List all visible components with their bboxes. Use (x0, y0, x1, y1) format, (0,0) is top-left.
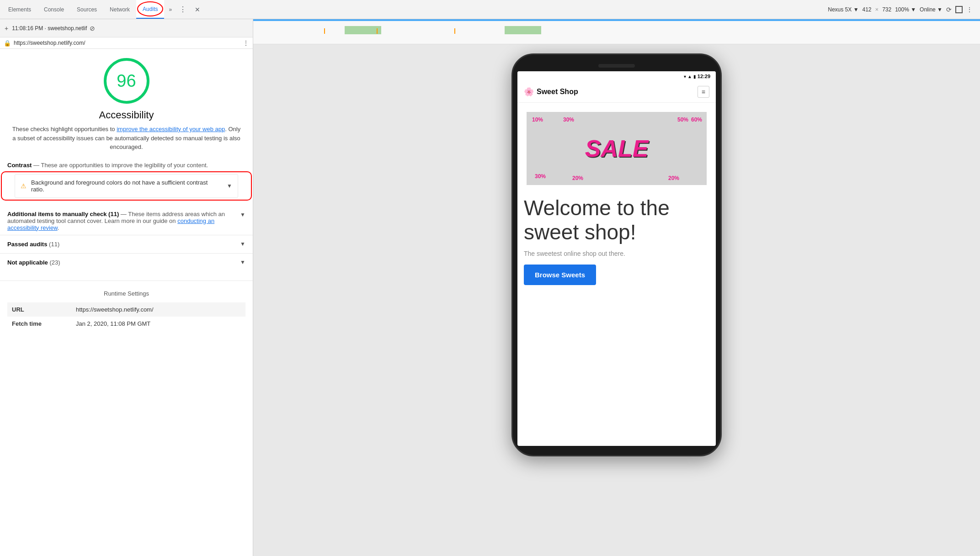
brand-name: Sweet Shop (537, 88, 578, 96)
status-time: 12:29 (698, 74, 710, 79)
sale-pct-6: 20% (572, 175, 583, 181)
audits-panel: + 11:08:16 PM · sweetshop.netlif ⊘ 🔒 htt… (0, 19, 253, 556)
not-applicable-label: Not applicable (23) (7, 259, 60, 266)
status-icons: ▾ ▲ ▮ 12:29 (684, 74, 710, 79)
network-condition-selector[interactable]: Online ▼ (920, 6, 943, 13)
sale-pct-7: 20% (668, 175, 679, 181)
mobile-device-frame: ▾ ▲ ▮ 12:29 🌸 Sweet Shop (511, 53, 722, 456)
security-icon: 🔒 (4, 40, 11, 47)
sale-pct-5: 30% (535, 173, 546, 180)
tab-sources[interactable]: Sources (70, 0, 103, 19)
sale-pct-3: 50% (677, 116, 688, 123)
manual-check-header: Additional items to manually check (11) … (0, 205, 253, 235)
runtime-settings-section: Runtime Settings URL https://sweetshop.n… (0, 281, 253, 338)
url-more-icon[interactable]: ⋮ (243, 39, 249, 47)
timeline-tick-3 (454, 28, 455, 34)
contrast-desc: — These are opportunities to improve the… (33, 162, 208, 169)
site-tagline: The sweetest online shop out there. (524, 250, 709, 257)
audit-score-section: 96 Accessibility These checks highlight … (0, 49, 253, 156)
tab-audits[interactable]: Audits (136, 0, 164, 19)
expand-warning-icon[interactable]: ▼ (227, 183, 232, 189)
timeline-green-block-2 (505, 26, 541, 34)
zoom-selector[interactable]: 100% ▼ (895, 6, 916, 13)
device-name: Nexus 5X (828, 6, 852, 13)
timeline-tick-1 (324, 28, 325, 34)
tab-network[interactable]: Network (103, 0, 136, 19)
tab-more-icon[interactable]: ⋮ (176, 5, 189, 14)
zoom-value: 100% (895, 6, 909, 13)
sale-label: SALE (585, 135, 649, 162)
manual-check-chevron[interactable]: ▼ (240, 212, 245, 218)
not-applicable-row[interactable]: Not applicable (23) ▼ (0, 253, 253, 271)
runtime-url-value: https://sweetshop.netlify.com/ (71, 302, 245, 317)
audit-description: These checks highlight opportunities to … (12, 125, 241, 152)
contrast-warning-text: Background and foreground colors do not … (31, 179, 222, 193)
signal-icon: ▲ (687, 74, 692, 79)
no-touch-icon[interactable] (955, 6, 963, 13)
score-circle: 96 (104, 58, 149, 104)
device-height: 732 (882, 6, 891, 13)
runtime-url-key: URL (7, 302, 71, 317)
rotate-icon[interactable]: ⟳ (946, 6, 952, 13)
runtime-settings-table: URL https://sweetshop.netlify.com/ Fetch… (7, 302, 245, 331)
audit-category-title: Accessibility (99, 109, 154, 121)
url-display: https://sweetshop.netlify.com/ (14, 40, 240, 46)
device-screen: ▾ ▲ ▮ 12:29 🌸 Sweet Shop (517, 71, 716, 446)
contrast-label: Contrast (7, 162, 32, 169)
audit-timestamp: 11:08:16 PM · sweetshop.netlif (12, 25, 87, 32)
passed-audits-label: Passed audits (11) (7, 241, 59, 248)
network-condition-value: Online (920, 6, 936, 13)
not-applicable-chevron[interactable]: ▼ (240, 259, 245, 265)
manual-check-label: Additional items to manually check (11) (7, 211, 121, 217)
timeline-tick-2 (377, 28, 378, 34)
contrast-section-header: Contrast — These are opportunities to im… (0, 156, 253, 172)
device-frame-container: ▾ ▲ ▮ 12:29 🌸 Sweet Shop (253, 44, 980, 556)
status-bar: ▾ ▲ ▮ 12:29 (517, 71, 716, 81)
device-speaker (598, 64, 635, 68)
device-width: 412 (863, 6, 872, 13)
tab-overflow-btn[interactable]: » (164, 3, 176, 16)
warning-triangle-icon: ⚠ (21, 182, 27, 190)
audits-urlbar: + 11:08:16 PM · sweetshop.netlif ⊘ (0, 19, 253, 37)
sale-pct-4: 60% (691, 116, 702, 123)
wifi-icon: ▾ (684, 74, 686, 79)
contrast-warning-item[interactable]: ⚠ Background and foreground colors do no… (15, 174, 238, 198)
runtime-fetch-value: Jan 2, 2020, 11:08 PM GMT (71, 317, 245, 331)
dimension-sep: × (875, 6, 879, 13)
site-menu-button[interactable]: ≡ (698, 86, 709, 98)
timeline-green-block-1 (345, 26, 381, 34)
site-navbar: 🌸 Sweet Shop ≡ (517, 81, 716, 103)
hero-sale-image: 10% 30% SALE 50% 60% 30% 20% 20% (527, 112, 707, 185)
site-brand: 🌸 Sweet Shop (524, 87, 578, 97)
tab-console[interactable]: Console (37, 0, 70, 19)
new-tab-icon[interactable]: + (4, 24, 9, 33)
site-welcome-section: Welcome to the sweet shop! The sweetest … (517, 190, 716, 285)
accessibility-link[interactable]: improve the accessibility of your web ap… (117, 126, 225, 132)
device-speaker-area (517, 64, 716, 68)
tab-elements[interactable]: Elements (2, 0, 37, 19)
score-value: 96 (117, 71, 136, 91)
brand-icon: 🌸 (524, 87, 534, 97)
devtools-close-btn[interactable]: ✕ (191, 6, 204, 13)
runtime-row-url: URL https://sweetshop.netlify.com/ (7, 302, 245, 317)
audits-scroll-area[interactable]: 96 Accessibility These checks highlight … (0, 49, 253, 556)
preview-panel: ▾ ▲ ▮ 12:29 🌸 Sweet Shop (253, 19, 980, 556)
welcome-heading: Welcome to the sweet shop! (524, 196, 709, 244)
runtime-fetch-key: Fetch time (7, 317, 71, 331)
browse-sweets-button[interactable]: Browse Sweets (524, 265, 596, 285)
timeline-bar (253, 19, 980, 44)
passed-audits-chevron[interactable]: ▼ (240, 241, 245, 247)
passed-audits-row[interactable]: Passed audits (11) ▼ (0, 235, 253, 253)
device-selector[interactable]: Nexus 5X ▼ (828, 6, 858, 13)
sale-pct-2: 30% (563, 116, 574, 123)
runtime-row-fetch: Fetch time Jan 2, 2020, 11:08 PM GMT (7, 317, 245, 331)
runtime-settings-title: Runtime Settings (7, 290, 245, 297)
battery-icon: ▮ (693, 74, 696, 79)
no-throttle-icon[interactable]: ⊘ (90, 25, 95, 32)
sale-pct-1: 10% (532, 116, 543, 123)
device-more-options-icon[interactable]: ⋮ (966, 6, 973, 13)
timeline-blue-bar (253, 19, 980, 21)
tab-audits-label: Audits (143, 6, 158, 12)
